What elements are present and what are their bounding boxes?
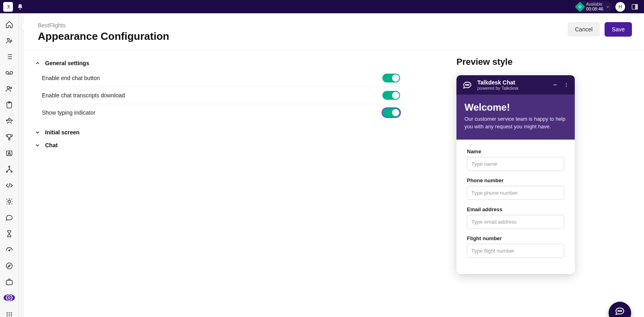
svg-point-24 xyxy=(8,312,10,313)
main-content: BestFlights Appearance Configuration Can… xyxy=(24,13,644,317)
svg-rect-1 xyxy=(636,4,638,9)
content-area: General settings Enable end chat button … xyxy=(24,50,644,316)
save-button[interactable]: Save xyxy=(605,22,632,37)
svg-point-40 xyxy=(621,311,622,311)
sidebar-profile[interactable] xyxy=(4,149,15,157)
svg-point-39 xyxy=(619,311,620,311)
sidebar-schedules[interactable] xyxy=(4,230,15,238)
svg-point-20 xyxy=(6,263,12,269)
breadcrumb[interactable]: BestFlights xyxy=(38,22,169,29)
setting-label: Show typing indicator xyxy=(42,109,95,116)
chat-header-actions xyxy=(552,82,569,88)
sidebar-messaging[interactable] xyxy=(4,214,15,222)
chat-header-title: Talkdesk Chat xyxy=(477,79,519,86)
header-titles: BestFlights Appearance Configuration xyxy=(38,22,169,43)
chat-header-sub: powered by Talkdesk xyxy=(477,86,519,91)
sidebar-team[interactable] xyxy=(4,117,15,125)
trophy-icon xyxy=(5,133,13,141)
topbar-right: Available 00:08:46 H xyxy=(575,1,641,12)
sidebar-activity[interactable] xyxy=(4,53,15,61)
svg-point-36 xyxy=(566,84,567,85)
settings-column: General settings Enable end chat button … xyxy=(34,57,440,304)
status-available-icon xyxy=(575,2,585,12)
sidebar-voicemail[interactable] xyxy=(4,69,15,77)
contacts-icon xyxy=(5,85,13,93)
team-icon xyxy=(5,117,13,125)
section-initial-header[interactable]: Initial screen xyxy=(34,126,440,139)
agent-status-selector[interactable]: Available 00:08:46 xyxy=(575,1,612,12)
panel-icon xyxy=(631,3,638,10)
sidebar-integrations[interactable] xyxy=(4,198,15,206)
svg-point-11 xyxy=(6,120,7,121)
section-initial-title: Initial screen xyxy=(45,129,80,136)
code-icon xyxy=(5,181,13,189)
preview-column: Preview style Talkdesk Chat powered by T… xyxy=(456,57,585,304)
sidebar-admin[interactable] xyxy=(4,294,15,301)
input-flight[interactable] xyxy=(467,244,564,258)
field-label: Phone number xyxy=(467,177,564,183)
minimize-icon[interactable] xyxy=(552,82,558,88)
gauge-icon xyxy=(5,246,13,254)
svg-point-22 xyxy=(8,297,10,299)
input-email[interactable] xyxy=(467,215,564,229)
sidebar-home[interactable] xyxy=(4,21,15,29)
field-email: Email address xyxy=(467,206,564,229)
field-phone: Phone number xyxy=(467,177,564,200)
setting-row-transcripts: Enable chat transcripts download xyxy=(42,87,400,104)
chat-welcome-banner: Welcome! Our customer service team is ha… xyxy=(456,95,575,140)
bell-icon xyxy=(17,4,23,10)
svg-point-35 xyxy=(566,83,567,84)
svg-point-23 xyxy=(6,312,8,313)
sidebar-performance[interactable] xyxy=(4,246,15,254)
toggle-knob xyxy=(392,109,399,116)
input-name[interactable] xyxy=(467,157,564,171)
svg-point-15 xyxy=(8,166,10,167)
app-logo[interactable]: :t xyxy=(3,2,13,12)
sidebar-contacts[interactable] xyxy=(4,85,15,93)
svg-point-37 xyxy=(566,86,567,87)
svg-point-32 xyxy=(466,84,466,85)
sidebar-workspace[interactable] xyxy=(4,278,15,286)
list-icon xyxy=(5,53,13,61)
toggle-end-chat[interactable] xyxy=(382,74,400,82)
cancel-button[interactable]: Cancel xyxy=(568,22,600,37)
kebab-menu-icon[interactable] xyxy=(564,82,569,88)
branch-icon xyxy=(5,165,13,173)
user-avatar[interactable]: H xyxy=(615,2,625,12)
svg-point-6 xyxy=(7,86,9,89)
input-phone[interactable] xyxy=(467,186,564,200)
briefcase-icon xyxy=(5,278,13,286)
svg-rect-21 xyxy=(6,280,12,285)
voicemail-icon xyxy=(5,69,13,77)
field-name: Name xyxy=(467,148,564,171)
svg-point-7 xyxy=(10,87,12,89)
home-icon xyxy=(5,21,13,29)
sidebar-leaderboard[interactable] xyxy=(4,133,15,141)
notifications-button[interactable] xyxy=(17,4,23,10)
id-icon xyxy=(5,149,13,157)
setting-label: Enable end chat button xyxy=(42,75,100,81)
svg-point-34 xyxy=(469,84,469,85)
section-chat-header[interactable]: Chat xyxy=(34,139,440,152)
toggle-transcripts[interactable] xyxy=(382,91,400,100)
sidebar xyxy=(0,13,19,317)
sidebar-explore[interactable] xyxy=(4,262,15,270)
toggle-typing-indicator[interactable] xyxy=(382,108,400,117)
sidebar-assignments[interactable] xyxy=(4,101,15,109)
sidebar-conversations[interactable] xyxy=(4,37,15,45)
welcome-body: Our customer service team is happy to he… xyxy=(464,115,567,131)
toggle-knob xyxy=(392,74,399,82)
svg-point-14 xyxy=(8,152,10,154)
svg-point-16 xyxy=(6,171,7,172)
header-actions: Cancel Save xyxy=(568,22,632,37)
sidebar-apps[interactable] xyxy=(4,309,15,317)
sidebar-dev[interactable] xyxy=(4,181,15,189)
side-panel-toggle[interactable] xyxy=(628,3,641,10)
chevron-down-icon xyxy=(34,142,41,148)
svg-point-17 xyxy=(11,171,12,172)
svg-point-2 xyxy=(7,38,9,40)
section-general-header[interactable]: General settings xyxy=(34,57,440,70)
svg-point-27 xyxy=(8,315,10,316)
page-header: BestFlights Appearance Configuration Can… xyxy=(24,13,644,50)
sidebar-routing[interactable] xyxy=(4,165,15,173)
